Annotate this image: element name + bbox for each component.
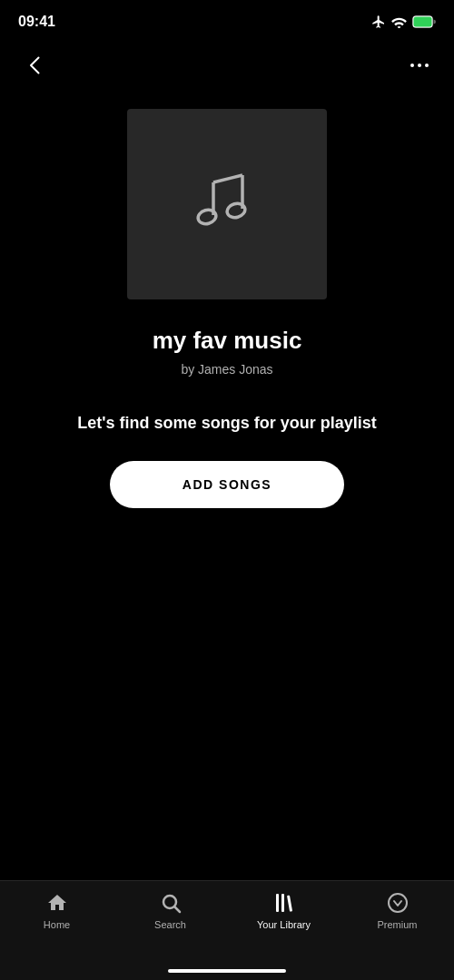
search-icon	[160, 892, 182, 914]
find-songs-text: Let's find some songs for your playlist	[77, 413, 376, 434]
battery-icon	[412, 15, 436, 28]
premium-label: Premium	[377, 919, 417, 930]
playlist-author: by James Jonas	[181, 362, 272, 377]
music-note-icon	[186, 168, 268, 240]
library-icon	[273, 892, 295, 914]
premium-icon	[387, 892, 409, 914]
library-label: Your Library	[257, 919, 311, 930]
nav-item-library[interactable]: Your Library	[227, 892, 340, 930]
active-indicator	[168, 969, 286, 973]
more-options-button[interactable]	[403, 49, 436, 82]
playlist-title: my fav music	[153, 327, 302, 355]
top-nav	[0, 40, 454, 91]
home-label: Home	[44, 919, 70, 930]
svg-rect-10	[281, 894, 284, 912]
back-button[interactable]	[18, 49, 51, 82]
svg-rect-9	[276, 894, 279, 912]
status-icons	[371, 15, 436, 29]
status-bar: 09:41	[0, 0, 454, 40]
dot-1	[410, 64, 414, 67]
svg-rect-11	[287, 895, 292, 911]
dot-3	[425, 64, 429, 67]
svg-point-5	[196, 208, 217, 226]
add-songs-button[interactable]: ADD SONGS	[110, 461, 344, 508]
svg-point-12	[389, 894, 407, 912]
svg-point-6	[225, 201, 246, 220]
status-time: 09:41	[18, 14, 55, 30]
svg-rect-1	[414, 17, 432, 27]
album-art	[127, 109, 327, 299]
wifi-icon	[391, 15, 407, 28]
dot-2	[418, 64, 421, 67]
svg-line-8	[174, 907, 180, 913]
main-content: my fav music by James Jonas Let's find s…	[0, 91, 454, 526]
nav-item-premium[interactable]: Premium	[340, 892, 454, 930]
nav-item-search[interactable]: Search	[114, 892, 227, 930]
bottom-nav: Home Search Your Library Premium	[0, 880, 454, 980]
search-label: Search	[154, 919, 186, 930]
home-icon	[46, 892, 68, 914]
nav-item-home[interactable]: Home	[0, 892, 114, 930]
svg-line-4	[213, 175, 242, 182]
airplane-icon	[371, 15, 386, 29]
